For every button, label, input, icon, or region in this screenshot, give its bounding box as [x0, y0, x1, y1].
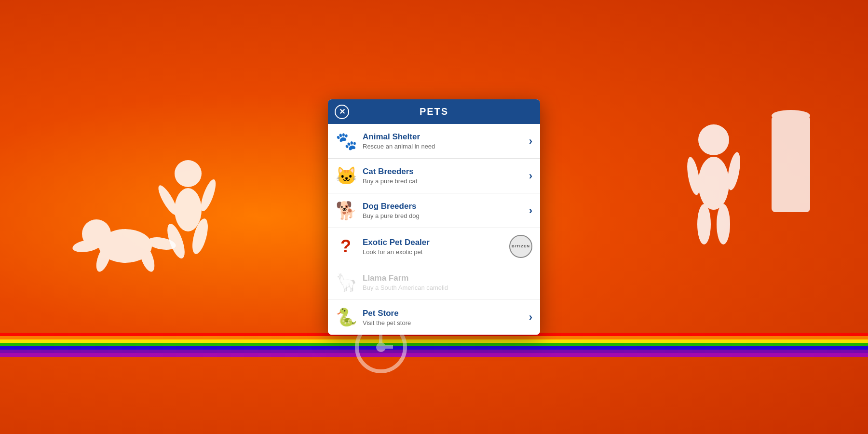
cat-breeders-item[interactable]: 🐱 Cat Breeders Buy a pure bred cat ›	[328, 159, 540, 193]
modal-body: 🐾 Animal Shelter Rescue an animal in nee…	[328, 124, 540, 335]
animal-shelter-icon: 🐾	[336, 131, 356, 151]
svg-point-15	[717, 204, 730, 244]
bitizen-badge: BITIZEN	[509, 235, 532, 258]
svg-point-19	[772, 110, 810, 122]
llama-farm-item: 🦙 Llama Farm Buy a South American cameli…	[328, 265, 540, 300]
llama-farm-title: Llama Farm	[363, 273, 532, 283]
cat-breeders-icon: 🐱	[336, 166, 356, 186]
cat-breeders-subtitle: Buy a pure bred cat	[363, 177, 525, 185]
modal-wrapper: ✕ PETS 🐾 Animal Shelter Rescue an animal…	[328, 99, 540, 335]
animal-shelter-chevron: ›	[529, 135, 532, 148]
animal-shelter-title: Animal Shelter	[363, 132, 525, 142]
pet-store-icon: 🐍	[336, 307, 356, 327]
pet-store-chevron: ›	[529, 311, 532, 324]
svg-point-12	[698, 124, 729, 155]
exotic-pet-dealer-title: Exotic Pet Dealer	[363, 238, 507, 247]
close-button[interactable]: ✕	[335, 105, 349, 119]
exotic-pet-dealer-item[interactable]: ? Exotic Pet Dealer Look for an exotic p…	[328, 228, 540, 265]
dog-breeders-text: Dog Breeders Buy a pure bred dog	[363, 202, 525, 219]
dog-breeders-icon: 🐕	[336, 201, 356, 221]
pet-store-subtitle: Visit the pet store	[363, 319, 525, 326]
exotic-pet-dealer-text: Exotic Pet Dealer Look for an exotic pet	[363, 238, 507, 256]
svg-rect-23	[381, 345, 393, 349]
pets-modal: ✕ PETS 🐾 Animal Shelter Rescue an animal…	[328, 99, 540, 335]
dog-breeders-title: Dog Breeders	[363, 202, 525, 211]
modal-title: PETS	[420, 106, 448, 117]
cat-breeders-text: Cat Breeders Buy a pure bred cat	[363, 167, 525, 185]
animal-shelter-item[interactable]: 🐾 Animal Shelter Rescue an animal in nee…	[328, 124, 540, 159]
llama-farm-text: Llama Farm Buy a South American camelid	[363, 273, 532, 291]
pet-store-title: Pet Store	[363, 309, 525, 318]
animal-shelter-text: Animal Shelter Rescue an animal in need	[363, 132, 525, 150]
animal-shelter-subtitle: Rescue an animal in need	[363, 143, 525, 150]
llama-farm-subtitle: Buy a South American camelid	[363, 284, 532, 291]
svg-point-13	[698, 157, 729, 210]
pet-store-item[interactable]: 🐍 Pet Store Visit the pet store ›	[328, 300, 540, 335]
svg-point-6	[175, 160, 202, 187]
pet-store-text: Pet Store Visit the pet store	[363, 309, 525, 326]
svg-rect-18	[772, 116, 810, 212]
dog-breeders-item[interactable]: 🐕 Dog Breeders Buy a pure bred dog ›	[328, 193, 540, 228]
modal-header: ✕ PETS	[328, 99, 540, 124]
llama-farm-icon: 🦙	[336, 272, 356, 293]
exotic-pet-question-icon: ?	[336, 236, 356, 257]
svg-point-14	[697, 204, 711, 244]
exotic-pet-dealer-subtitle: Look for an exotic pet	[363, 248, 507, 256]
svg-point-11	[198, 178, 219, 213]
cat-breeders-chevron: ›	[529, 170, 532, 182]
dog-breeders-subtitle: Buy a pure bred dog	[363, 212, 525, 219]
svg-point-7	[175, 188, 202, 231]
dog-breeders-chevron: ›	[529, 204, 532, 217]
cat-breeders-title: Cat Breeders	[363, 167, 525, 176]
